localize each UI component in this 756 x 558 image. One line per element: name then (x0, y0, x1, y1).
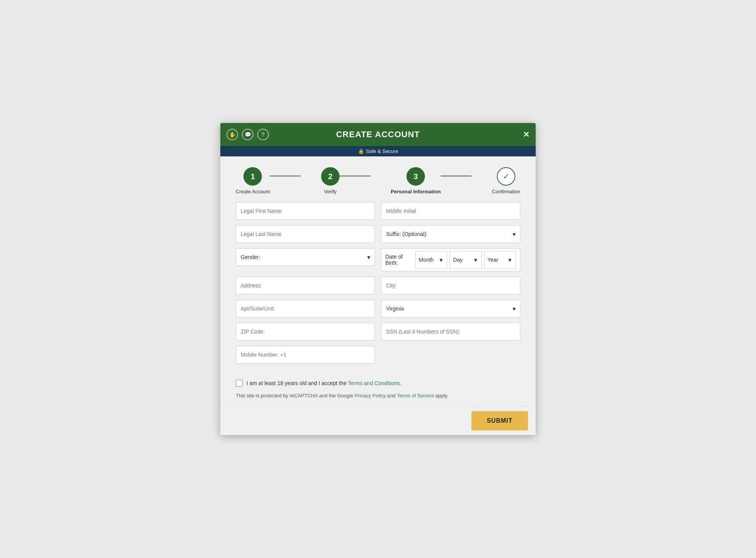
terms-link[interactable]: Terms and Conditions (348, 380, 400, 386)
city-col (381, 277, 520, 294)
secure-bar: 🔒 Safe & Secure (220, 146, 536, 156)
gender-wrapper: Gender: Male Female Non-binary Prefer no… (236, 248, 375, 266)
gender-select[interactable]: Gender: Male Female Non-binary Prefer no… (236, 248, 375, 266)
row-mobile (236, 346, 520, 364)
help-icon[interactable]: ? (257, 129, 269, 140)
apt-input[interactable] (236, 300, 375, 317)
row-name (236, 202, 520, 220)
secure-text: Safe & Secure (366, 148, 398, 154)
terms-text-before: I am at least 18 years old and I accept … (246, 380, 348, 386)
connector-1-2 (270, 176, 321, 176)
last-name-input[interactable] (236, 225, 375, 243)
terms-of-service-link[interactable]: Terms of Service (397, 393, 434, 399)
privacy-policy-link[interactable]: Privacy Policy (355, 393, 386, 399)
step-confirm-label: Confirmation (492, 189, 520, 194)
day-wrapper: Day ▾ (450, 251, 481, 269)
zip-col (236, 323, 375, 340)
zip-input[interactable] (236, 323, 375, 340)
address-col (236, 277, 375, 294)
terms-checkbox-row: I am at least 18 years old and I accept … (220, 377, 536, 390)
submit-button[interactable]: SUBMIT (471, 411, 528, 430)
header: ✋ 💬 ? CREATE ACCOUNT ✕ (220, 123, 536, 146)
step-4-group: ✓ Confirmation (492, 167, 520, 194)
row-gender-dob: Gender: Male Female Non-binary Prefer no… (236, 248, 520, 271)
connector-2-3 (340, 176, 391, 176)
row-address-city (236, 277, 520, 294)
modal-title: CREATE ACCOUNT (336, 130, 420, 140)
step-confirm-circle: ✓ (497, 167, 515, 186)
suffix-select[interactable]: Suffix: (Optional): Jr. Sr. II III (381, 225, 520, 243)
step-3-label: Personal Information (391, 189, 441, 194)
ssn-input[interactable] (381, 323, 520, 340)
recaptcha-row: This site is protected by reCAPTCHA and … (220, 390, 536, 406)
dob-col: Date ofBirth: Month January February Mar… (381, 248, 520, 271)
terms-checkbox[interactable] (236, 380, 243, 387)
footer-bar: SUBMIT (220, 406, 536, 435)
row-zip-ssn (236, 323, 520, 340)
year-wrapper: Year ▾ (484, 251, 516, 269)
row-apt-state: Virginia Alabama Alaska Arizona Californ… (236, 300, 520, 317)
suffix-col: Suffix: (Optional): Jr. Sr. II III ▾ (381, 225, 520, 243)
city-input[interactable] (381, 277, 520, 294)
recaptcha-text-before: This site is protected by reCAPTCHA and … (236, 393, 355, 399)
state-col: Virginia Alabama Alaska Arizona Californ… (381, 300, 520, 317)
wave-icon[interactable]: ✋ (226, 129, 238, 140)
month-select[interactable]: Month January February March April May J… (415, 251, 447, 269)
apt-col (236, 300, 375, 317)
recaptcha-text-middle: and (386, 393, 397, 399)
connector-3-4 (441, 176, 492, 176)
modal-container: ✋ 💬 ? CREATE ACCOUNT ✕ 🔒 Safe & Secure 1… (220, 123, 536, 435)
day-select[interactable]: Day (450, 251, 481, 269)
step-2-label: Verify (324, 189, 337, 194)
chat-icon[interactable]: 💬 (242, 129, 253, 140)
middle-initial-col (381, 202, 520, 220)
form-area: Suffix: (Optional): Jr. Sr. II III ▾ Gen… (220, 202, 536, 377)
close-button[interactable]: ✕ (523, 130, 530, 139)
terms-text-after: . (400, 380, 401, 386)
recaptcha-text-after: apply. (434, 393, 448, 399)
terms-label: I am at least 18 years old and I accept … (246, 380, 401, 386)
step-2-group: 2 Verify (321, 167, 340, 194)
gender-col: Gender: Male Female Non-binary Prefer no… (236, 248, 375, 271)
suffix-wrapper: Suffix: (Optional): Jr. Sr. II III ▾ (381, 225, 520, 243)
ssn-col (381, 323, 520, 340)
dob-label: Date ofBirth: (385, 254, 412, 266)
step-1-label: Create Account (236, 189, 270, 194)
step-1-circle: 1 (243, 167, 262, 186)
last-name-col (236, 225, 375, 243)
year-select[interactable]: Year (484, 251, 516, 269)
address-input[interactable] (236, 277, 375, 294)
row-lastname-suffix: Suffix: (Optional): Jr. Sr. II III ▾ (236, 225, 520, 243)
middle-initial-input[interactable] (381, 202, 520, 220)
state-select[interactable]: Virginia Alabama Alaska Arizona Californ… (381, 300, 520, 317)
state-wrapper: Virginia Alabama Alaska Arizona Californ… (381, 300, 520, 317)
lock-icon: 🔒 (358, 148, 364, 154)
dob-selects: Month January February March April May J… (415, 251, 516, 269)
step-2-circle: 2 (321, 167, 340, 186)
mobile-spacer (381, 346, 520, 364)
steps-container: 1 Create Account 2 Verify 3 Personal Inf… (220, 156, 536, 202)
header-icons: ✋ 💬 ? (226, 129, 269, 140)
step-3-group: 3 Personal Information (391, 167, 441, 194)
step-1-group: 1 Create Account (236, 167, 270, 194)
month-wrapper: Month January February March April May J… (415, 251, 447, 269)
mobile-col (236, 346, 375, 364)
first-name-col (236, 202, 375, 220)
dob-container: Date ofBirth: Month January February Mar… (381, 248, 520, 271)
mobile-input[interactable] (236, 346, 375, 364)
step-3-circle: 3 (406, 167, 425, 186)
first-name-input[interactable] (236, 202, 375, 220)
